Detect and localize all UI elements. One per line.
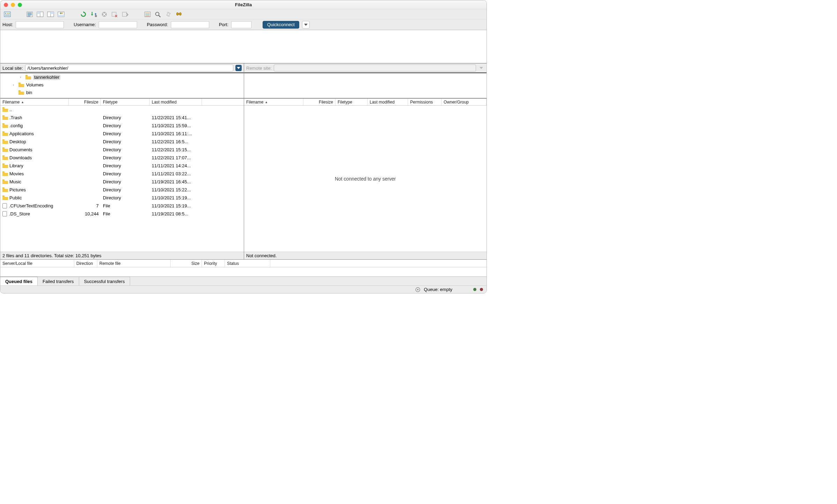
file-type: Directory bbox=[101, 139, 150, 144]
directory-compare-button[interactable] bbox=[154, 10, 162, 18]
local-col-filesize[interactable]: Filesize bbox=[69, 99, 101, 105]
process-queue-button[interactable] bbox=[90, 10, 98, 18]
cancel-button[interactable] bbox=[100, 10, 108, 18]
file-type: Directory bbox=[101, 187, 150, 192]
folder-icon bbox=[2, 147, 8, 152]
disconnect-button[interactable] bbox=[111, 10, 119, 18]
file-row[interactable]: PublicDirectory11/10/2021 15:19... bbox=[0, 194, 244, 202]
toggle-local-tree-button[interactable] bbox=[36, 10, 44, 18]
local-site-input[interactable] bbox=[25, 64, 233, 71]
queue-col-direction[interactable]: Direction bbox=[74, 260, 97, 267]
file-row[interactable]: PicturesDirectory11/10/2021 15:22... bbox=[0, 186, 244, 194]
site-manager-button[interactable] bbox=[3, 10, 12, 18]
svg-rect-0 bbox=[4, 12, 10, 17]
host-input[interactable] bbox=[16, 21, 64, 28]
queue-col-priority[interactable]: Priority bbox=[202, 260, 225, 267]
file-type: Directory bbox=[101, 115, 150, 120]
password-input[interactable] bbox=[171, 21, 209, 28]
file-row[interactable]: DownloadsDirectory11/22/2021 17:07... bbox=[0, 154, 244, 162]
queue-list[interactable] bbox=[0, 267, 487, 276]
file-search-button[interactable] bbox=[175, 10, 183, 18]
tree-item[interactable]: ›tannerkohler bbox=[0, 73, 244, 81]
file-row[interactable]: LibraryDirectory11/11/2021 14:24... bbox=[0, 162, 244, 170]
toggle-remote-tree-button[interactable] bbox=[46, 10, 55, 18]
remote-tree[interactable] bbox=[244, 73, 487, 98]
file-row[interactable]: ApplicationsDirectory11/10/2021 16:11:..… bbox=[0, 130, 244, 138]
file-name: Documents bbox=[9, 147, 32, 152]
remote-site-dropdown-button bbox=[478, 65, 484, 71]
quickconnect-button[interactable]: Quickconnect bbox=[263, 21, 299, 29]
file-modified: 11/19/2021 16:45... bbox=[150, 179, 202, 184]
file-name: .config bbox=[9, 123, 23, 128]
file-row[interactable]: .CFUserTextEncoding7File11/10/2021 15:19… bbox=[0, 202, 244, 210]
local-col-filename[interactable]: Filename▲ bbox=[0, 99, 69, 105]
queue-col-status[interactable]: Status bbox=[225, 260, 270, 267]
expander-icon[interactable]: › bbox=[20, 75, 23, 79]
file-row[interactable]: .. bbox=[0, 106, 244, 114]
remote-col-filesize[interactable]: Filesize bbox=[303, 99, 335, 105]
svg-rect-36 bbox=[178, 14, 180, 14]
queue-col-server[interactable]: Server/Local file bbox=[0, 260, 74, 267]
file-icon bbox=[2, 211, 7, 216]
reconnect-button[interactable] bbox=[121, 10, 129, 18]
file-name: Downloads bbox=[9, 155, 32, 160]
transfer-settings-icon[interactable] bbox=[415, 287, 420, 292]
local-tree[interactable]: ›tannerkohler›Volumesbin bbox=[0, 73, 244, 98]
svg-rect-18 bbox=[58, 15, 64, 17]
username-input[interactable] bbox=[99, 21, 137, 28]
refresh-button[interactable] bbox=[79, 10, 88, 18]
queue-col-size[interactable]: Size bbox=[171, 260, 202, 267]
svg-line-33 bbox=[159, 15, 160, 17]
tab-queued-files[interactable]: Queued files bbox=[0, 277, 38, 285]
file-row[interactable]: .DS_Store10,244File11/19/2021 08:5... bbox=[0, 210, 244, 218]
folder-icon bbox=[2, 123, 8, 128]
host-label: Host: bbox=[2, 22, 13, 27]
file-row[interactable]: DesktopDirectory11/22/2021 16:5... bbox=[0, 138, 244, 146]
local-col-filetype[interactable]: Filetype bbox=[101, 99, 150, 105]
folder-icon bbox=[2, 180, 8, 184]
file-row[interactable]: DocumentsDirectory11/22/2021 15:15... bbox=[0, 146, 244, 154]
quickconnect-history-button[interactable] bbox=[302, 21, 310, 29]
remote-col-permissions[interactable]: Permissions bbox=[408, 99, 442, 105]
local-site-dropdown-button[interactable] bbox=[235, 65, 242, 71]
file-name: .DS_Store bbox=[9, 211, 30, 216]
port-label: Port: bbox=[219, 22, 228, 27]
folder-icon bbox=[18, 90, 24, 95]
local-column-header: Filename▲ Filesize Filetype Last modifie… bbox=[0, 99, 244, 106]
toggle-queue-button[interactable] bbox=[57, 10, 65, 18]
file-modified: 11/22/2021 17:07... bbox=[150, 155, 202, 160]
remote-site-label: Remote site: bbox=[246, 66, 272, 71]
message-log[interactable] bbox=[0, 30, 487, 63]
port-input[interactable] bbox=[231, 21, 251, 28]
remote-col-modified[interactable]: Last modified bbox=[368, 99, 408, 105]
sync-browse-button[interactable] bbox=[164, 10, 173, 18]
tab-failed-transfers[interactable]: Failed transfers bbox=[38, 277, 79, 285]
svg-point-3 bbox=[9, 13, 10, 14]
queue-tabs: Queued files Failed transfers Successful… bbox=[0, 276, 487, 285]
local-site-bar: Local site: bbox=[0, 63, 244, 73]
file-modified: 11/19/2021 08:5... bbox=[150, 211, 202, 216]
remote-col-filetype[interactable]: Filetype bbox=[335, 99, 368, 105]
folder-icon bbox=[2, 188, 8, 192]
tree-item[interactable]: bin bbox=[0, 89, 244, 96]
svg-point-2 bbox=[7, 13, 8, 14]
local-col-modified[interactable]: Last modified bbox=[150, 99, 202, 105]
tab-successful-transfers[interactable]: Successful transfers bbox=[79, 277, 130, 285]
remote-file-list[interactable]: Not connected to any server bbox=[244, 106, 487, 252]
svg-point-32 bbox=[156, 12, 159, 16]
toggle-log-button[interactable] bbox=[25, 10, 34, 18]
expander-icon[interactable]: › bbox=[13, 83, 16, 87]
folder-icon bbox=[18, 83, 24, 87]
file-name: Library bbox=[9, 163, 23, 168]
file-row[interactable]: MoviesDirectory11/11/2021 03:22... bbox=[0, 170, 244, 178]
remote-col-filename[interactable]: Filename▲ bbox=[244, 99, 303, 105]
tree-item-label: bin bbox=[26, 90, 32, 95]
file-row[interactable]: MusicDirectory11/19/2021 16:45... bbox=[0, 178, 244, 186]
file-row[interactable]: .TrashDirectory11/22/2021 15:41... bbox=[0, 114, 244, 122]
file-row[interactable]: .configDirectory11/10/2021 15:59... bbox=[0, 122, 244, 130]
tree-item[interactable]: ›Volumes bbox=[0, 81, 244, 89]
local-file-list[interactable]: ...TrashDirectory11/22/2021 15:41....con… bbox=[0, 106, 244, 252]
queue-col-remote[interactable]: Remote file bbox=[97, 260, 171, 267]
remote-col-owner[interactable]: Owner/Group bbox=[442, 99, 487, 105]
filter-button[interactable] bbox=[143, 10, 152, 18]
